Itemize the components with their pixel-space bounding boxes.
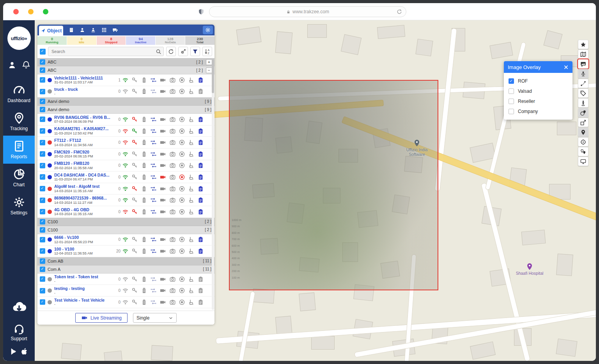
report-icon[interactable] bbox=[196, 140, 206, 145]
group-row[interactable]: ABC [ 2 ] + bbox=[37, 58, 214, 66]
status-chip-stopped[interactable]: 8 Stopped bbox=[97, 36, 126, 45]
vehicle-checkbox[interactable] bbox=[40, 186, 45, 191]
live-video-icon[interactable] bbox=[158, 197, 168, 203]
trailer-tab-icon[interactable] bbox=[112, 27, 118, 33]
live-video-icon[interactable] bbox=[158, 288, 168, 293]
ignition-icon[interactable] bbox=[130, 276, 139, 282]
vehicle-checkbox[interactable] bbox=[40, 163, 45, 168]
group-row[interactable]: C100 [ 2 ] bbox=[37, 226, 214, 234]
refresh-button[interactable] bbox=[166, 47, 176, 56]
battery-icon[interactable] bbox=[139, 140, 149, 145]
status-chip-total[interactable]: 230 Total bbox=[185, 36, 214, 45]
live-video-icon[interactable] bbox=[158, 174, 168, 180]
driver-seat-icon[interactable] bbox=[186, 288, 196, 293]
overlay-checkbox[interactable] bbox=[509, 78, 514, 84]
filter-button[interactable] bbox=[190, 47, 200, 56]
group-checkbox[interactable] bbox=[40, 267, 45, 272]
snapshot-icon[interactable] bbox=[168, 197, 177, 203]
overlay-checkbox[interactable] bbox=[509, 109, 514, 114]
vehicle-checkbox[interactable] bbox=[40, 276, 45, 282]
battery-icon[interactable] bbox=[139, 248, 149, 254]
snapshot-icon[interactable] bbox=[168, 186, 177, 192]
report-icon[interactable] bbox=[196, 209, 206, 215]
snapshot-icon[interactable] bbox=[168, 288, 177, 293]
driver-seat-icon[interactable] bbox=[186, 299, 196, 305]
vehicle-row[interactable]: FMB120 - FMB120 20-02-2024 11:35:58 AM 0 bbox=[37, 160, 214, 172]
playback-icon[interactable] bbox=[177, 88, 186, 94]
map-tool-geofence[interactable] bbox=[578, 137, 588, 147]
playback-icon[interactable] bbox=[177, 186, 186, 192]
vehicle-row[interactable]: Token test - Token test - 0 bbox=[37, 274, 214, 285]
overlay-option-company[interactable]: Company bbox=[504, 106, 572, 117]
overlay-checkbox[interactable] bbox=[509, 99, 514, 104]
playback-icon[interactable] bbox=[177, 237, 186, 242]
map-tool-image-overlay[interactable] bbox=[578, 59, 588, 69]
ignition-icon[interactable] bbox=[130, 299, 139, 305]
reload-icon[interactable] bbox=[397, 9, 402, 14]
driver-seat-icon[interactable] bbox=[186, 209, 196, 215]
group-checkbox[interactable] bbox=[40, 59, 45, 65]
battery-icon[interactable] bbox=[139, 237, 149, 242]
map-tool-favorite[interactable] bbox=[578, 40, 588, 49]
ignition-icon[interactable] bbox=[130, 174, 139, 180]
live-video-icon[interactable] bbox=[158, 117, 168, 122]
map-tool-marker[interactable] bbox=[578, 127, 588, 137]
playback-icon[interactable] bbox=[177, 299, 186, 305]
playback-icon[interactable] bbox=[177, 128, 186, 134]
report-icon[interactable] bbox=[196, 77, 206, 83]
vehicle-row[interactable]: 6666 - Vc100 12-01-2024 05:56:23 PM 0 bbox=[37, 234, 214, 246]
driver-seat-icon[interactable] bbox=[186, 151, 196, 157]
search-input[interactable] bbox=[48, 49, 163, 54]
vehicle-row[interactable]: 4G OBD - 4G OBD 14-03-2024 11:35:15 AM 0 bbox=[37, 206, 214, 218]
live-video-icon[interactable] bbox=[158, 299, 168, 305]
snapshot-icon[interactable] bbox=[168, 77, 177, 83]
maximize-window-button[interactable] bbox=[43, 9, 48, 14]
playback-icon[interactable] bbox=[177, 174, 186, 180]
ignition-icon[interactable] bbox=[130, 186, 139, 192]
select-all-checkbox[interactable] bbox=[40, 49, 46, 55]
sidebar-item-dashboard[interactable]: Dashboard bbox=[3, 80, 35, 108]
connection-icon[interactable] bbox=[149, 288, 158, 293]
status-chip-inactive[interactable]: 94 Inactive bbox=[126, 36, 155, 45]
wifi-icon[interactable] bbox=[121, 186, 130, 192]
vehicle-checkbox[interactable] bbox=[40, 128, 45, 134]
snapshot-icon[interactable] bbox=[168, 248, 177, 254]
map-tool-street-view[interactable] bbox=[578, 98, 588, 108]
vehicle-row[interactable]: truck - truck - 0 bbox=[37, 86, 214, 98]
vehicle-row[interactable]: FMC920 - FMC920 20-02-2024 06:06:15 PM 0 bbox=[37, 148, 214, 160]
vehicle-checkbox[interactable] bbox=[40, 248, 45, 254]
group-row[interactable]: Com A [ 11 ] bbox=[37, 265, 214, 274]
grid-tab-icon[interactable] bbox=[101, 27, 107, 33]
profile-icon[interactable] bbox=[8, 61, 16, 69]
map-tool-label-tag[interactable] bbox=[578, 88, 588, 98]
minimize-window-button[interactable] bbox=[28, 9, 34, 14]
vehicle-name[interactable]: KA05AM2781 - KA05AM27... bbox=[54, 126, 113, 131]
vehicle-name[interactable]: AlgoM test - AlgoM test bbox=[54, 184, 113, 189]
sidebar-item-settings[interactable]: Settings bbox=[3, 192, 35, 220]
ignition-icon[interactable] bbox=[130, 163, 139, 168]
status-chip-idle[interactable]: 0 Idle bbox=[67, 36, 96, 45]
wifi-icon[interactable] bbox=[121, 288, 130, 293]
connection-icon[interactable] bbox=[149, 117, 158, 122]
snapshot-icon[interactable] bbox=[168, 237, 177, 242]
vehicle-name[interactable]: 100 - V100 bbox=[54, 247, 113, 252]
vehicle-checkbox[interactable] bbox=[40, 77, 45, 83]
map-tool-fit-screen[interactable] bbox=[578, 118, 588, 127]
connection-icon[interactable] bbox=[149, 237, 158, 242]
vehicle-name[interactable]: 4G OBD - 4G OBD bbox=[54, 207, 113, 212]
panel-settings-button[interactable] bbox=[203, 26, 213, 34]
report-icon[interactable] bbox=[196, 197, 206, 203]
live-video-icon[interactable] bbox=[158, 151, 168, 157]
wifi-icon[interactable] bbox=[121, 77, 130, 83]
vehicle-name[interactable]: RV06 BANGLORE - RV06 B... bbox=[54, 115, 113, 120]
driver-seat-icon[interactable] bbox=[186, 128, 196, 134]
tab-object[interactable]: Object bbox=[39, 26, 63, 35]
panel-scrollbar[interactable] bbox=[212, 59, 214, 310]
playback-icon[interactable] bbox=[177, 163, 186, 168]
battery-icon[interactable] bbox=[139, 88, 149, 94]
playback-icon[interactable] bbox=[177, 140, 186, 145]
vehicle-checkbox[interactable] bbox=[40, 151, 45, 157]
ignition-icon[interactable] bbox=[130, 209, 139, 215]
sort-button[interactable] bbox=[202, 47, 212, 56]
connection-icon[interactable] bbox=[149, 197, 158, 203]
